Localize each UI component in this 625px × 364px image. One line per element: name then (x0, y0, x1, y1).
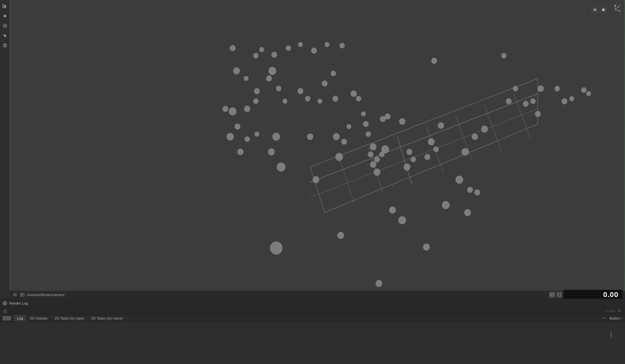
lines-count: 0 lines (606, 309, 615, 313)
svg-point-57 (270, 241, 283, 255)
select-icon[interactable] (1, 3, 8, 10)
svg-point-30 (253, 53, 259, 58)
time-decimal: .00 (607, 290, 618, 299)
svg-point-59 (305, 96, 310, 102)
color-bar (3, 316, 11, 321)
svg-point-5 (5, 25, 6, 26)
svg-point-102 (467, 187, 473, 193)
svg-point-96 (433, 146, 439, 152)
top-area: X Y Z (0, 0, 625, 299)
svg-rect-135 (550, 293, 554, 296)
svg-point-97 (438, 122, 444, 129)
rotate-icon[interactable] (1, 22, 8, 29)
svg-point-100 (462, 148, 469, 156)
clear-button[interactable] (3, 308, 8, 314)
scale-icon[interactable] (1, 32, 8, 39)
svg-point-78 (370, 161, 376, 168)
tab-log[interactable]: Log (14, 315, 26, 322)
tab-2d-globals[interactable]: 2D Globals (26, 315, 51, 322)
svg-point-109 (523, 101, 529, 107)
svg-point-34 (271, 52, 277, 58)
svg-point-63 (322, 80, 328, 87)
svg-point-80 (374, 169, 380, 176)
svg-point-45 (223, 106, 228, 112)
app-layout: X Y Z (0, 0, 625, 364)
svg-text:X: X (620, 10, 621, 13)
svg-point-50 (254, 132, 259, 137)
svg-point-65 (332, 96, 338, 102)
svg-point-53 (282, 99, 287, 104)
svg-point-51 (266, 75, 272, 82)
svg-text:Z: Z (619, 4, 621, 6)
svg-point-116 (581, 87, 586, 93)
svg-point-114 (562, 98, 567, 105)
collapse-button[interactable] (601, 316, 607, 321)
svg-point-9 (4, 35, 6, 36)
svg-point-104 (474, 189, 480, 195)
svg-point-77 (370, 143, 377, 150)
group-icon[interactable] (1, 42, 8, 49)
pause-button[interactable] (592, 7, 598, 13)
svg-point-44 (229, 107, 237, 115)
svg-point-79 (374, 157, 380, 163)
bottom-panel: i Render Log 0 lines (0, 299, 625, 364)
svg-point-56 (277, 162, 286, 172)
stop-button[interactable] (600, 7, 607, 13)
action-dropdown[interactable]: Action ▾ (608, 316, 623, 320)
left-toolbar (0, 0, 10, 299)
svg-point-42 (253, 98, 259, 104)
svg-rect-119 (595, 8, 596, 11)
svg-point-117 (586, 91, 591, 96)
svg-marker-28 (310, 78, 538, 213)
svg-point-47 (227, 133, 234, 141)
aspect-ratio-button[interactable] (549, 292, 555, 298)
svg-point-110 (530, 98, 535, 104)
svg-point-54 (272, 133, 280, 141)
svg-point-49 (237, 149, 244, 155)
svg-point-107 (506, 98, 512, 105)
svg-point-62 (317, 99, 322, 104)
svg-point-74 (363, 121, 369, 127)
svg-point-41 (254, 88, 260, 94)
action-label: Action (609, 316, 619, 320)
svg-point-101 (464, 209, 471, 216)
svg-point-137 (3, 302, 7, 305)
svg-line-24 (514, 94, 531, 139)
transform-icon[interactable] (1, 12, 8, 20)
expand-button[interactable] (556, 292, 562, 298)
render-log-header: i Render Log (0, 299, 625, 307)
text-cursor: | (610, 331, 612, 338)
svg-point-75 (365, 131, 371, 137)
svg-point-115 (569, 96, 574, 101)
3d-scene (10, 0, 625, 299)
viewport[interactable]: X Y Z (10, 0, 625, 299)
viewport-border-left (10, 0, 10, 299)
svg-point-89 (404, 163, 411, 171)
render-log-title: Render Log (9, 301, 28, 305)
camera-icon[interactable] (20, 292, 25, 297)
svg-point-98 (442, 201, 450, 209)
svg-marker-126 (614, 5, 617, 6)
svg-rect-118 (594, 8, 595, 11)
axis-indicator: X Y Z (609, 3, 622, 16)
svg-point-37 (311, 48, 317, 54)
svg-point-66 (333, 133, 340, 140)
svg-point-35 (286, 45, 291, 51)
viewport-controls: X Y Z (592, 3, 622, 16)
search-button[interactable] (618, 309, 622, 313)
svg-point-112 (538, 85, 544, 92)
svg-point-48 (245, 136, 250, 142)
svg-point-84 (381, 145, 389, 154)
svg-point-91 (411, 157, 416, 162)
svg-point-68 (337, 232, 344, 239)
svg-point-111 (535, 111, 541, 117)
svg-line-143 (620, 311, 621, 312)
svg-point-113 (554, 86, 560, 91)
secondary-toolbar-right: 0 lines (606, 309, 622, 313)
time-whole: 0 (603, 290, 607, 299)
tab-2d-tasks-name[interactable]: 2D Tasks (by name) (88, 315, 127, 322)
tab-2d-tasks-type[interactable]: 2D Tasks (by type) (51, 315, 88, 322)
svg-point-32 (244, 76, 249, 81)
svg-line-26 (310, 94, 538, 182)
eye-icon[interactable] (12, 292, 18, 297)
